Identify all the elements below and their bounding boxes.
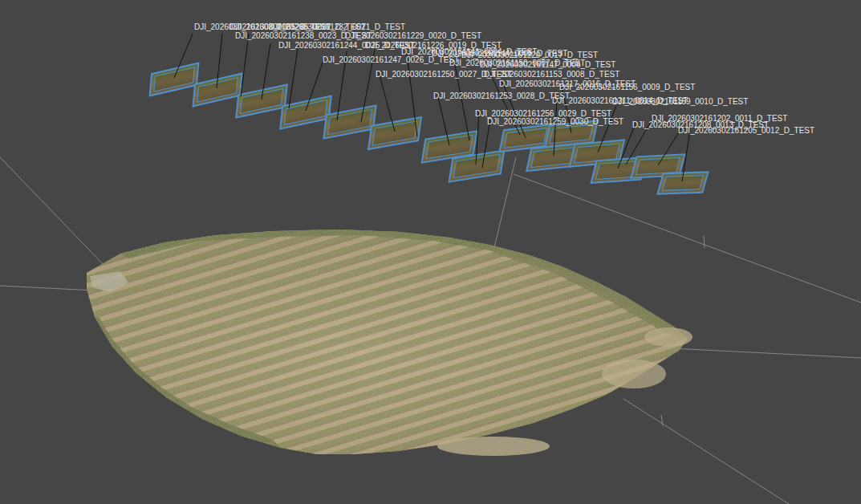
camera-label[interactable]: DJI_20260302161229_0020_D_TEST: [345, 31, 481, 40]
camera-labels-layer: DJI_20260302161308_0035_D_TESTDJI_202603…: [0, 0, 861, 504]
camera-label[interactable]: DJI_20260302161247_0026_D_TEST: [323, 55, 459, 64]
camera-label[interactable]: DJI_20260302161259_0030_D_TEST: [487, 117, 623, 126]
camera-label[interactable]: DJI_20260302161159_0010_D_TEST: [612, 97, 748, 106]
camera-label[interactable]: DJI_20260302161205_0012_D_TEST: [678, 126, 814, 135]
camera-label[interactable]: DJI_20260302161147_0006_D_TEST: [480, 60, 615, 69]
camera-label[interactable]: DJI_20260302161156_0009_D_TEST: [559, 83, 695, 91]
camera-label[interactable]: DJI_20260302161153_0008_D_TEST: [484, 70, 619, 79]
camera-label[interactable]: DJI_20260302161232_0021_D_TEST: [269, 22, 405, 31]
camera-label[interactable]: DJI_20260302161253_0028_D_TEST: [433, 91, 570, 100]
model-viewport[interactable]: DJI_20260302161308_0035_D_TESTDJI_202603…: [0, 0, 861, 504]
